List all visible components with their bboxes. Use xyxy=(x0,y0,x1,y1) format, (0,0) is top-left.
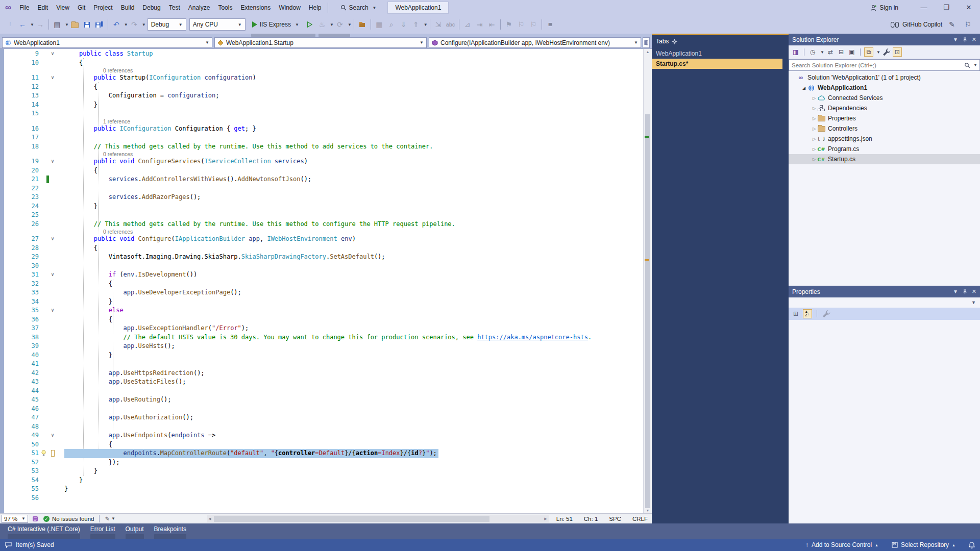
glyph-margin[interactable] xyxy=(39,431,50,440)
indent-icon[interactable]: ⇥ xyxy=(474,19,486,30)
tree-item-appsettings.json[interactable]: ▷{ }appsettings.json xyxy=(789,134,980,144)
tabs-group-label[interactable]: WebApplication1 xyxy=(652,47,789,59)
ink-pen-icon[interactable]: ✎ xyxy=(105,515,110,522)
save-all-icon[interactable] xyxy=(93,19,106,30)
glyph-margin[interactable] xyxy=(39,101,50,110)
chevron-down-icon[interactable]: ▼ xyxy=(348,22,352,27)
code-line-30[interactable]: 30 xyxy=(4,262,643,271)
tree-item-properties[interactable]: ▷Properties xyxy=(789,113,980,123)
glyph-margin[interactable] xyxy=(39,333,50,342)
code-line-12[interactable]: 12 { xyxy=(4,83,643,92)
chevron-down-icon[interactable]: ▼ xyxy=(124,22,128,27)
code-line-31[interactable]: 31∨ if (env.IsDevelopment()) xyxy=(4,270,643,280)
glyph-margin[interactable] xyxy=(39,440,50,449)
code-line-11[interactable]: 11∨ public Startup(IConfiguration config… xyxy=(4,73,643,83)
glyph-margin[interactable] xyxy=(39,324,50,333)
lightbulb-icon[interactable] xyxy=(39,449,50,458)
code-line-37[interactable]: 37 app.UseExceptionHandler("/Error"); xyxy=(4,324,643,333)
glyph-margin[interactable] xyxy=(39,351,50,360)
project-dropdown[interactable]: WebApplication1 ▼ xyxy=(2,37,212,48)
chevron-down-icon[interactable]: ▼ xyxy=(111,516,115,521)
glyph-margin[interactable] xyxy=(39,73,50,83)
search-input[interactable] xyxy=(789,62,963,68)
tree-item-solution-webapplication1-1-of-1-project[interactable]: ∞Solution 'WebApplication1' (1 of 1 proj… xyxy=(789,72,980,83)
redo-icon[interactable]: ↷ xyxy=(128,19,140,30)
code-line-13[interactable]: 13 Configuration = configuration; xyxy=(4,91,643,101)
bottom-tab-error-list[interactable]: Error List xyxy=(86,523,120,540)
menu-edit[interactable]: Edit xyxy=(33,2,52,13)
code-line-10[interactable]: 10 { xyxy=(4,59,643,68)
glyph-margin[interactable] xyxy=(39,395,50,405)
glyph-margin[interactable] xyxy=(39,133,50,142)
glyph-margin[interactable] xyxy=(39,458,50,467)
code-line-52[interactable]: 52 }); xyxy=(4,458,643,467)
code-line-54[interactable]: 54 } xyxy=(4,476,643,485)
glyph-margin[interactable] xyxy=(39,142,50,152)
expand-arrow-closed-icon[interactable]: ▷ xyxy=(811,157,817,162)
code-line-53[interactable]: 53 } xyxy=(4,467,643,476)
code-line-32[interactable]: 32 { xyxy=(4,280,643,289)
code-line-49[interactable]: 49∨ app.UseEndpoints(endpoints => xyxy=(4,431,643,440)
menu-git[interactable]: Git xyxy=(74,2,89,13)
code-line-33[interactable]: 33 app.UseDeveloperExceptionPage(); xyxy=(4,288,643,297)
pending-changes-filter-icon[interactable]: ◷ xyxy=(808,47,817,57)
scroll-down-icon[interactable]: ▼ xyxy=(644,509,652,512)
chevron-down-icon[interactable]: ▼ xyxy=(65,22,69,27)
glyph-margin[interactable] xyxy=(39,91,50,101)
document-tab-stub[interactable] xyxy=(318,34,350,37)
expand-arrow-open-icon[interactable]: ◢ xyxy=(801,86,807,90)
code-line-21[interactable]: 21 services.AddControllersWithViews().Ad… xyxy=(4,175,643,184)
fold-chevron-icon[interactable]: ∨ xyxy=(50,49,59,59)
codelens-references[interactable]: 1 reference xyxy=(4,118,643,124)
bottom-tab-c-interactive-net-core[interactable]: C# Interactive (.NET Core) xyxy=(3,523,85,540)
scroll-right-icon[interactable]: ▶ xyxy=(543,515,549,522)
glyph-margin[interactable] xyxy=(39,485,50,494)
code-line-50[interactable]: 50 { xyxy=(4,440,643,449)
code-line-41[interactable]: 41 xyxy=(4,360,643,369)
code-line-38[interactable]: 38 // The default HSTS value is 30 days.… xyxy=(4,333,643,342)
solution-explorer-search[interactable]: ▼ xyxy=(789,59,980,71)
scroll-up-icon[interactable]: ▲ xyxy=(644,50,652,54)
preview-selected-items-icon[interactable]: ⊡ xyxy=(893,47,902,57)
fold-chevron-icon[interactable]: ∨ xyxy=(50,306,59,315)
alphabetical-sort-icon[interactable]: AZ↓ xyxy=(803,309,812,318)
chevron-down-icon[interactable]: ▼ xyxy=(953,37,958,42)
glyph-margin[interactable] xyxy=(39,306,50,315)
tree-item-connected-services[interactable]: ▷Connected Services xyxy=(789,93,980,103)
bookmark-icon[interactable]: ⚑ xyxy=(503,19,515,30)
upload-icon[interactable]: ⇑ xyxy=(410,19,422,30)
close-button[interactable]: ✕ xyxy=(958,0,980,15)
code-line-26[interactable]: 26 // This method gets called by the run… xyxy=(4,220,643,229)
issues-label[interactable]: No issues found xyxy=(52,516,94,522)
code-line-17[interactable]: 17 xyxy=(4,133,643,142)
code-line-51[interactable]: 51 endpoints.MapControllerRoute("default… xyxy=(4,449,643,458)
code-line-44[interactable]: 44 xyxy=(4,387,643,396)
code-line-15[interactable]: 15 xyxy=(4,109,643,118)
select-repository-button[interactable]: Select Repository ▲ xyxy=(892,541,955,548)
glyph-margin[interactable] xyxy=(39,378,50,387)
hot-reload-icon[interactable]: ♨ xyxy=(316,19,328,30)
collapse-all-icon[interactable]: ⊟ xyxy=(837,47,846,57)
glyph-margin[interactable] xyxy=(39,315,50,324)
start-without-debugging-icon[interactable] xyxy=(304,19,316,30)
notifications-icon[interactable]: ⚐ xyxy=(962,19,974,30)
glyph-margin[interactable] xyxy=(39,494,50,503)
bottom-tab-breakpoints[interactable]: Breakpoints xyxy=(150,523,191,540)
close-icon[interactable]: ✕ xyxy=(972,36,976,43)
glyph-margin[interactable] xyxy=(39,83,50,92)
properties-icon[interactable]: ▣ xyxy=(847,47,856,57)
toolbar-grip[interactable]: ⁞ xyxy=(4,19,16,30)
new-project-icon[interactable]: ▤ xyxy=(51,19,63,30)
glyph-margin[interactable] xyxy=(39,175,50,184)
glyph-margin[interactable] xyxy=(39,220,50,229)
code-line-24[interactable]: 24 } xyxy=(4,202,643,211)
editor-horizontal-scrollbar[interactable]: ◀ ▶ xyxy=(207,515,549,522)
fold-chevron-icon[interactable]: ∨ xyxy=(50,157,59,166)
glyph-margin[interactable] xyxy=(39,280,50,289)
glyph-margin[interactable] xyxy=(39,262,50,271)
glyph-margin[interactable] xyxy=(39,211,50,220)
menu-test[interactable]: Test xyxy=(165,2,184,13)
chevron-down-icon[interactable]: ▼ xyxy=(953,289,958,294)
chevron-down-icon[interactable]: ▼ xyxy=(820,50,824,55)
menu-build[interactable]: Build xyxy=(117,2,139,13)
